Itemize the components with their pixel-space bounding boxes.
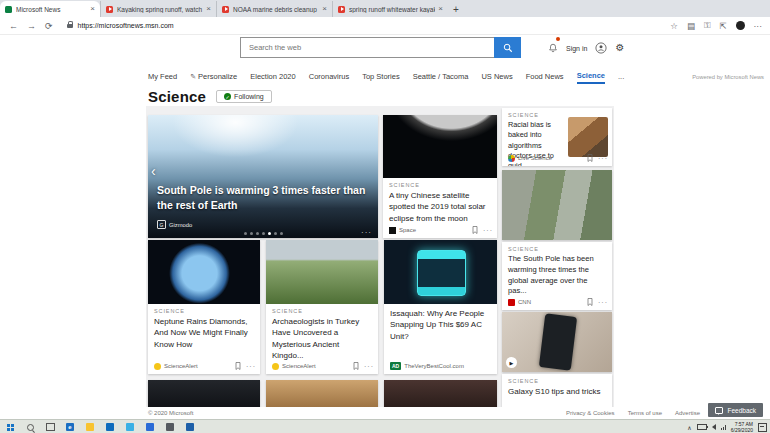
nav-item-food-news[interactable]: Food News bbox=[526, 72, 564, 83]
article-card-south-pole[interactable]: SCIENCE The South Pole has been warming … bbox=[502, 242, 612, 310]
tray-chevron-icon[interactable]: ∧ bbox=[687, 424, 691, 431]
taskbar-photos-icon[interactable] bbox=[140, 420, 160, 433]
taskbar-app-icon-7[interactable] bbox=[180, 420, 200, 433]
footer-link-privacy[interactable]: Privacy & Cookies bbox=[566, 410, 615, 416]
nav-item-us-news[interactable]: US News bbox=[481, 72, 512, 83]
article-card-neptune[interactable]: SCIENCE Neptune Rains Diamonds, And Now … bbox=[148, 240, 260, 374]
search-input[interactable] bbox=[240, 37, 502, 58]
following-button[interactable]: ✓ Following bbox=[216, 90, 272, 103]
source-label: Space bbox=[399, 227, 416, 233]
tab-title: Microsoft News bbox=[16, 6, 87, 13]
browser-tab-4[interactable]: spring runoff whitewater kayak × bbox=[332, 1, 448, 17]
bookmark-icon[interactable] bbox=[587, 154, 593, 162]
task-view-icon[interactable] bbox=[40, 420, 60, 433]
tab-close-icon[interactable]: × bbox=[322, 5, 327, 13]
taskbar-edge-icon[interactable]: e bbox=[60, 420, 80, 433]
taskbar-clock[interactable]: 7:57 AM 6/29/2020 bbox=[731, 421, 753, 433]
tab-close-icon[interactable]: × bbox=[438, 5, 443, 13]
partial-article-image-dark[interactable] bbox=[148, 380, 260, 408]
volume-icon[interactable] bbox=[712, 424, 716, 430]
card-menu-icon[interactable]: ··· bbox=[598, 299, 608, 306]
taskbar-mail-icon[interactable] bbox=[120, 420, 140, 433]
start-button[interactable] bbox=[0, 420, 20, 433]
ac-device-shape bbox=[417, 250, 466, 296]
ad-card-ac-unit[interactable]: Issaquah: Why Are People Snapping Up Thi… bbox=[384, 240, 497, 374]
taskbar-file-explorer-icon[interactable] bbox=[80, 420, 100, 433]
play-button-icon[interactable]: ▶ bbox=[506, 357, 517, 368]
bookmark-icon[interactable] bbox=[353, 362, 359, 370]
share-icon[interactable]: ⇱ bbox=[719, 21, 726, 31]
article-headline[interactable]: Neptune Rains Diamonds, And Now We Might… bbox=[154, 316, 254, 350]
hero-source: G Gizmodo bbox=[157, 220, 192, 229]
bookmark-icon[interactable] bbox=[587, 298, 593, 306]
new-tab-button[interactable]: + bbox=[448, 4, 464, 15]
extensions-icon[interactable]: ⚿ bbox=[704, 20, 710, 31]
browser-tab-msn[interactable]: Microsoft News × bbox=[0, 1, 100, 17]
article-headline[interactable]: A tiny Chinese satellite spotted the 201… bbox=[389, 190, 491, 224]
nav-item-election-2020[interactable]: Election 2020 bbox=[250, 72, 295, 83]
battery-icon[interactable] bbox=[697, 424, 707, 430]
action-center-icon[interactable] bbox=[758, 423, 767, 432]
footer-link-advertise[interactable]: Advertise bbox=[675, 410, 700, 416]
search-button[interactable] bbox=[494, 37, 521, 58]
card-menu-icon[interactable]: ··· bbox=[246, 363, 256, 370]
nav-item-top-stories[interactable]: Top Stories bbox=[362, 72, 400, 83]
carousel-dots[interactable] bbox=[148, 232, 378, 235]
bookmark-icon[interactable] bbox=[235, 362, 241, 370]
notification-badge bbox=[556, 37, 560, 41]
nav-item-coronavirus[interactable]: Coronavirus bbox=[309, 72, 349, 83]
nav-item-science[interactable]: Science bbox=[577, 71, 605, 84]
card-menu-icon[interactable]: ··· bbox=[361, 228, 372, 237]
nav-item-my-feed[interactable]: My Feed bbox=[148, 72, 177, 83]
feedback-button[interactable]: Feedback bbox=[708, 403, 763, 417]
partial-article-image-dinosaur[interactable] bbox=[266, 380, 378, 408]
tab-close-icon[interactable]: × bbox=[90, 5, 95, 13]
article-headline[interactable]: Galaxy S10 tips and tricks bbox=[508, 386, 606, 397]
aerial-landscape-image[interactable] bbox=[502, 170, 612, 240]
phone-in-hand-image[interactable]: ▶ bbox=[502, 312, 612, 372]
network-icon[interactable] bbox=[721, 425, 726, 430]
carousel-prev-icon[interactable]: ‹ bbox=[151, 163, 156, 179]
taskbar-app-icon-6[interactable] bbox=[160, 420, 180, 433]
smartphone-shape bbox=[539, 313, 577, 370]
card-menu-icon[interactable]: ··· bbox=[483, 227, 493, 234]
browser-tab-2[interactable]: Kayaking spring runoff, watch × bbox=[100, 1, 216, 17]
tab-close-icon[interactable]: × bbox=[206, 5, 211, 13]
refresh-icon[interactable]: ⟳ bbox=[45, 21, 53, 31]
collections-icon[interactable]: ▤ bbox=[687, 21, 695, 31]
article-card-satellite[interactable]: SCIENCE A tiny Chinese satellite spotted… bbox=[383, 115, 497, 238]
article-card-galaxy-s10[interactable]: SCIENCE Galaxy S10 tips and tricks bbox=[502, 374, 612, 408]
footer-link-terms[interactable]: Terms of use bbox=[628, 410, 662, 416]
notifications-bell-icon[interactable] bbox=[548, 39, 558, 57]
taskbar-store-icon[interactable] bbox=[100, 420, 120, 433]
article-headline[interactable]: Archaeologists in Turkey Have Uncovered … bbox=[272, 316, 372, 361]
browser-menu-icon[interactable]: ··· bbox=[754, 21, 763, 31]
hero-headline: South Pole is warming 3 times faster tha… bbox=[157, 183, 369, 215]
taskbar-search-icon[interactable] bbox=[20, 420, 40, 433]
browser-tab-3[interactable]: NOAA marine debris cleanup × bbox=[216, 1, 332, 17]
account-avatar-icon[interactable] bbox=[595, 42, 607, 54]
bookmark-icon[interactable] bbox=[472, 226, 478, 234]
article-card-turkey[interactable]: SCIENCE Archaeologists in Turkey Have Un… bbox=[266, 240, 378, 374]
browser-profile-avatar[interactable] bbox=[736, 21, 745, 30]
article-headline[interactable]: The South Pole has been warming three ti… bbox=[508, 254, 606, 297]
source-label: CNN bbox=[518, 299, 531, 305]
card-menu-icon[interactable]: ··· bbox=[364, 363, 374, 370]
screen: Microsoft News × Kayaking spring runoff,… bbox=[0, 0, 770, 433]
address-bar[interactable]: https://microsoftnews.msn.com bbox=[78, 22, 174, 29]
forward-icon[interactable]: → bbox=[27, 21, 36, 31]
partial-article-image-engine[interactable] bbox=[384, 380, 497, 408]
favorites-star-icon[interactable]: ☆ bbox=[670, 21, 678, 31]
sign-in-link[interactable]: Sign in bbox=[566, 45, 587, 52]
settings-gear-icon[interactable]: ⚙ bbox=[615, 43, 624, 53]
back-icon[interactable]: ← bbox=[9, 21, 18, 31]
hero-article-card[interactable]: ‹ South Pole is warming 3 times faster t… bbox=[148, 115, 378, 238]
nav-more-icon[interactable]: ... bbox=[618, 72, 624, 83]
pencil-icon: ✎ bbox=[190, 73, 196, 80]
nav-item-seattle-tacoma[interactable]: Seattle / Tacoma bbox=[413, 72, 469, 83]
article-card-racial-bias[interactable]: SCIENCE Racial bias is baked into algori… bbox=[502, 108, 612, 166]
card-menu-icon[interactable]: ··· bbox=[598, 155, 608, 162]
article-thumbnail bbox=[568, 117, 608, 157]
nav-item-personalize[interactable]: ✎Personalize bbox=[190, 72, 237, 83]
ad-headline[interactable]: Issaquah: Why Are People Snapping Up Thi… bbox=[390, 308, 491, 342]
